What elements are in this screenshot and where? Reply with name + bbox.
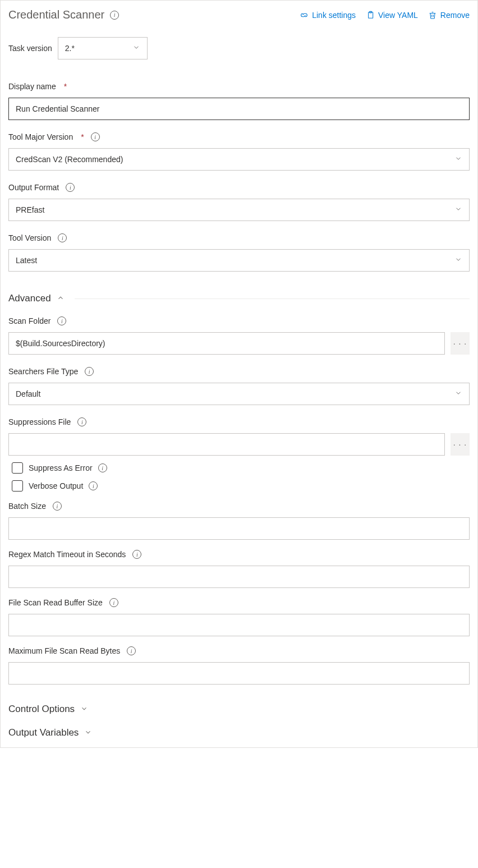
- verbose-output-row: Verbose Output i: [12, 480, 470, 492]
- browse-button[interactable]: · · ·: [451, 332, 470, 355]
- display-name-label: Display name*: [8, 82, 67, 91]
- display-name-field: Display name*: [8, 82, 470, 120]
- suppressions-file-label: Suppressions File i: [8, 417, 86, 426]
- searchers-file-type-value: Default: [16, 389, 40, 398]
- searchers-file-type-select[interactable]: Default: [8, 383, 470, 405]
- info-icon[interactable]: i: [109, 598, 118, 607]
- output-variables-section-header[interactable]: Output Variables: [8, 727, 470, 738]
- info-icon[interactable]: i: [127, 646, 136, 655]
- searchers-file-type-label: Searchers File Type i: [8, 367, 94, 376]
- verbose-output-label: Verbose Output: [29, 481, 83, 490]
- task-version-label: Task version: [8, 44, 52, 53]
- chevron-down-icon: [84, 728, 92, 738]
- file-scan-buffer-label: File Scan Read Buffer Size i: [8, 598, 118, 607]
- task-version-row: Task version 2.*: [8, 37, 470, 59]
- page-title: Credential Scanner: [8, 8, 104, 21]
- tool-major-version-label: Tool Major Version* i: [8, 132, 100, 141]
- tool-version-select[interactable]: Latest: [8, 249, 470, 272]
- tool-version-value: Latest: [16, 256, 37, 265]
- regex-timeout-input[interactable]: [8, 566, 470, 588]
- max-file-scan-bytes-field: Maximum File Scan Read Bytes i: [8, 646, 470, 685]
- view-yaml-button[interactable]: View YAML: [366, 11, 418, 20]
- info-icon[interactable]: i: [57, 316, 66, 325]
- task-version-select[interactable]: 2.*: [58, 37, 148, 59]
- chevron-down-icon: [454, 155, 462, 164]
- info-icon[interactable]: i: [91, 132, 100, 141]
- header-left: Credential Scanner i: [8, 8, 119, 21]
- link-icon: [300, 11, 309, 20]
- info-icon[interactable]: i: [110, 11, 119, 20]
- clipboard-icon: [366, 11, 375, 20]
- header-actions: Link settings View YAML Remove: [300, 11, 470, 20]
- info-icon[interactable]: i: [89, 481, 98, 490]
- suppressions-file-input[interactable]: [8, 433, 445, 456]
- remove-label: Remove: [440, 11, 470, 20]
- batch-size-input[interactable]: [8, 517, 470, 540]
- verbose-output-checkbox[interactable]: [12, 480, 23, 492]
- scan-folder-field: Scan Folder i · · ·: [8, 316, 470, 355]
- section-divider: [75, 298, 470, 299]
- tool-major-version-field: Tool Major Version* i CredScan V2 (Recom…: [8, 132, 470, 171]
- max-file-scan-bytes-label: Maximum File Scan Read Bytes i: [8, 646, 136, 655]
- header: Credential Scanner i Link settings View …: [8, 8, 470, 21]
- batch-size-field: Batch Size i: [8, 502, 470, 540]
- view-yaml-label: View YAML: [378, 11, 418, 20]
- output-format-select[interactable]: PREfast: [8, 199, 470, 221]
- advanced-section-header[interactable]: Advanced: [8, 293, 470, 304]
- suppress-as-error-label: Suppress As Error: [29, 463, 93, 472]
- info-icon[interactable]: i: [85, 367, 94, 376]
- info-icon[interactable]: i: [98, 463, 107, 472]
- info-icon[interactable]: i: [132, 550, 141, 559]
- link-settings-button[interactable]: Link settings: [300, 11, 356, 20]
- display-name-input[interactable]: [8, 98, 470, 120]
- remove-button[interactable]: Remove: [428, 11, 470, 20]
- info-icon[interactable]: i: [77, 417, 86, 426]
- file-scan-buffer-input[interactable]: [8, 614, 470, 636]
- task-editor-panel: Credential Scanner i Link settings View …: [0, 0, 478, 748]
- searchers-file-type-field: Searchers File Type i Default: [8, 367, 470, 405]
- regex-timeout-label: Regex Match Timeout in Seconds i: [8, 550, 141, 559]
- suppress-as-error-row: Suppress As Error i: [12, 462, 470, 474]
- advanced-section-label: Advanced: [8, 293, 51, 304]
- info-icon[interactable]: i: [66, 183, 75, 192]
- link-settings-label: Link settings: [312, 11, 356, 20]
- suppress-as-error-checkbox[interactable]: [12, 462, 23, 474]
- tool-major-version-value: CredScan V2 (Recommended): [16, 155, 123, 164]
- control-options-section-header[interactable]: Control Options: [8, 704, 470, 715]
- scan-folder-label: Scan Folder i: [8, 316, 66, 325]
- info-icon[interactable]: i: [53, 502, 62, 511]
- tool-version-label: Tool Version i: [8, 233, 67, 242]
- info-icon[interactable]: i: [58, 233, 67, 242]
- max-file-scan-bytes-input[interactable]: [8, 662, 470, 685]
- regex-timeout-field: Regex Match Timeout in Seconds i: [8, 550, 470, 588]
- output-format-field: Output Format i PREfast: [8, 183, 470, 221]
- required-asterisk: *: [81, 132, 84, 141]
- file-scan-buffer-field: File Scan Read Buffer Size i: [8, 598, 470, 636]
- chevron-down-icon: [454, 256, 462, 265]
- chevron-down-icon: [454, 205, 462, 215]
- control-options-label: Control Options: [8, 704, 75, 715]
- chevron-up-icon: [57, 294, 65, 304]
- output-variables-label: Output Variables: [8, 727, 79, 738]
- browse-button[interactable]: · · ·: [451, 433, 470, 456]
- tool-major-version-select[interactable]: CredScan V2 (Recommended): [8, 148, 470, 171]
- trash-icon: [428, 11, 437, 20]
- chevron-down-icon: [80, 705, 88, 714]
- required-asterisk: *: [64, 82, 67, 91]
- task-version-value: 2.*: [65, 44, 75, 53]
- batch-size-label: Batch Size i: [8, 502, 62, 511]
- output-format-value: PREfast: [16, 205, 44, 214]
- output-format-label: Output Format i: [8, 183, 75, 192]
- chevron-down-icon: [454, 389, 462, 399]
- suppressions-file-field: Suppressions File i · · ·: [8, 417, 470, 456]
- scan-folder-input[interactable]: [8, 332, 445, 355]
- chevron-down-icon: [132, 44, 140, 53]
- tool-version-field: Tool Version i Latest: [8, 233, 470, 272]
